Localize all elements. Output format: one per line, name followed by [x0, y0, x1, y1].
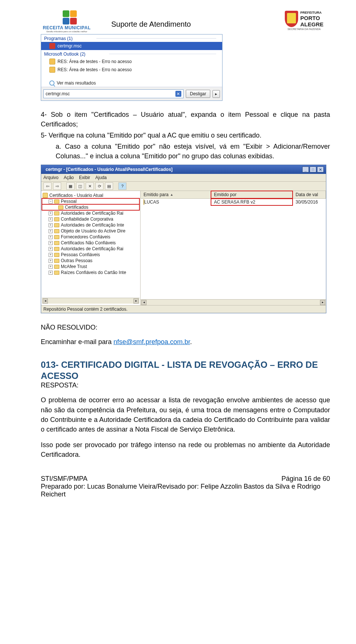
folder-icon	[54, 211, 59, 215]
search-result-certmgr[interactable]: certmgr.msc	[41, 42, 222, 50]
col-data-validade[interactable]: Data de val	[293, 191, 326, 198]
search-section-programs: Programas (1)	[41, 34, 222, 42]
maximize-button[interactable]: □	[310, 166, 316, 172]
list-scrollbar[interactable]: ◂ ▸	[141, 299, 326, 305]
col-label: Emitido por	[214, 192, 237, 197]
expand-icon[interactable]: +	[49, 229, 53, 233]
expand-icon[interactable]: +	[49, 217, 53, 221]
folder-icon	[54, 241, 59, 245]
tree-item[interactable]: +Objeto de Usuário do Active Dire	[42, 228, 139, 234]
start-search-popup: Programas (1) certmgr.msc Microsoft Outl…	[41, 34, 222, 101]
col-emitido-para[interactable]: Emitido para ▲	[141, 191, 211, 198]
menu-acao[interactable]: Ação	[64, 175, 74, 180]
search-section-outlook: Microsoft Outlook (2)	[41, 50, 222, 57]
collapse-icon[interactable]: −	[49, 199, 53, 204]
tree-item[interactable]: +Certificados Não Confiáveis	[42, 240, 139, 246]
tree-item[interactable]: +Autoridades de Certificação Rai	[42, 246, 139, 252]
tree-label: Certificados Não Confiáveis	[61, 240, 116, 245]
tree-item[interactable]: +Autoridades de Certificação Inte	[42, 222, 139, 228]
shutdown-options-arrow[interactable]: ▸	[212, 90, 220, 98]
expand-icon[interactable]: +	[49, 271, 53, 275]
scroll-left-icon[interactable]: ◂	[141, 300, 146, 305]
tool-btn-2[interactable]: ◫	[76, 182, 84, 190]
tree-item[interactable]: +Autoridades de Certificação Rai	[42, 210, 139, 216]
logo-left-line1: RECEITA MUNICIPAL	[43, 25, 91, 30]
tool-help-button[interactable]: ?	[118, 182, 126, 190]
menu-arquivo[interactable]: Arquivo	[43, 175, 59, 180]
expand-icon[interactable]: +	[49, 211, 53, 215]
tree-label: Autoridades de Certificação Rai	[61, 246, 123, 251]
sort-asc-icon: ▲	[170, 193, 173, 196]
tree-item[interactable]: +Pessoas Confiáveis	[42, 252, 139, 258]
certmgr-menubar: Arquivo Ação Exibir Ajuda	[41, 174, 326, 181]
tree-scrollbar[interactable]: ◂ ▸	[42, 298, 139, 304]
tree-item[interactable]: +Confiabilidade Corporativa	[42, 216, 139, 222]
folder-icon	[54, 259, 59, 263]
footer-left: STI/SMF/PMPA	[41, 475, 88, 483]
tool-btn-5[interactable]: ▤	[105, 182, 113, 190]
tree-item[interactable]: +Fornecedores Confiáveis	[42, 234, 139, 240]
nao-resolvido-title: NÃO RESOLVIDO:	[41, 324, 330, 331]
search-result-mail-1[interactable]: RES: Área de testes - Erro no acesso	[41, 57, 222, 66]
search-input[interactable]: certmgr.msc ✕	[43, 89, 184, 98]
nav-back-button[interactable]: ⇦	[43, 182, 52, 190]
tree-label: Outras Pessoas	[61, 258, 92, 263]
folder-icon	[54, 253, 59, 257]
tree-label: Certificados - Usuário Atual	[49, 193, 103, 198]
close-button[interactable]: ✕	[317, 166, 324, 172]
text-before: Encaminhar e-mail para	[41, 338, 113, 346]
search-see-more[interactable]: Ver mais resultados	[41, 74, 222, 87]
minimize-button[interactable]: _	[302, 166, 309, 172]
tree-item[interactable]: +McAfee Trust	[42, 264, 139, 270]
email-link[interactable]: nfse@smf.prefpoa.com.br	[113, 338, 190, 346]
folder-icon	[54, 223, 59, 227]
footer-by: Preparado por: Lucas Bonalume Vieira/Rev…	[41, 483, 330, 498]
tool-btn-4[interactable]: ⟳	[95, 182, 103, 190]
certmgr-titlebar: certmgr - [Certificados - Usuário Atual\…	[41, 165, 326, 174]
tree-item[interactable]: +Raízes Confiáveis do Cartão Inte	[42, 270, 139, 275]
clear-icon[interactable]: ✕	[175, 91, 181, 97]
menu-ajuda[interactable]: Ajuda	[95, 175, 107, 180]
certmgr-window: certmgr - [Certificados - Usuário Atual\…	[41, 165, 326, 313]
menu-exibir[interactable]: Exibir	[79, 175, 90, 180]
expand-icon[interactable]: +	[49, 223, 53, 227]
search-result-mail-2[interactable]: RES: Área de testes - Erro no acesso	[41, 66, 222, 74]
tree-label: Raízes Confiáveis do Cartão Inte	[61, 270, 126, 275]
col-emitido-por[interactable]: Emitido por	[211, 191, 293, 198]
certmgr-statusbar: Repositório Pessoal contém 2 certificado…	[41, 305, 326, 313]
tree-pessoal[interactable]: − Pessoal	[42, 198, 139, 204]
expand-icon[interactable]: +	[49, 235, 53, 239]
shield-icon	[285, 11, 298, 27]
list-row[interactable]: LUCAS AC SERASA RFB v2 30/05/2016	[141, 199, 326, 205]
nav-fwd-button[interactable]: ⇨	[53, 182, 61, 190]
tool-btn-1[interactable]: ▦	[66, 182, 75, 190]
cell-data: 30/05/2016	[293, 199, 326, 205]
scroll-left-icon[interactable]: ◂	[43, 298, 48, 304]
scroll-right-icon[interactable]: ▸	[134, 298, 139, 304]
tree-label: Autoridades de Certificação Inte	[61, 222, 124, 228]
tree-certificados[interactable]: Certificados	[42, 204, 139, 210]
resposta-label: RESPOSTA:	[41, 382, 330, 389]
expand-icon[interactable]: +	[49, 265, 53, 269]
search-bottom-bar: certmgr.msc ✕ Desligar ▸	[41, 87, 222, 100]
expand-icon[interactable]: +	[49, 247, 53, 251]
section-013-title: 013- CERTIFICADO DIGITAL - LISTA DE REVO…	[41, 359, 330, 382]
certmgr-list: Emitido para ▲ Emitido por Data de val L…	[141, 191, 326, 305]
shutdown-button[interactable]: Desligar	[186, 90, 210, 98]
scroll-right-icon[interactable]: ▸	[320, 300, 325, 305]
section-013-p2: Isso pode ser provocado por tráfego inte…	[41, 440, 330, 459]
page-footer: STI/SMF/PMPA Página 16 de 60	[41, 475, 330, 483]
expand-icon[interactable]: +	[49, 241, 53, 245]
cell-emitido-por: AC SERASA RFB v2	[211, 199, 293, 205]
certmgr-tree[interactable]: Certificados - Usuário Atual − Pessoal C…	[41, 191, 141, 305]
tree-item[interactable]: +Outras Pessoas	[42, 258, 139, 264]
logo-porto-alegre: PREFEITURA PORTO ALEGRE SECRETARIA DA FA…	[278, 10, 330, 30]
msc-icon	[49, 43, 55, 49]
tree-root[interactable]: Certificados - Usuário Atual	[42, 192, 139, 198]
logo-right-line1: PREFEITURA	[300, 11, 324, 14]
cert-root-icon	[43, 193, 48, 198]
expand-icon[interactable]: +	[49, 259, 53, 263]
expand-icon[interactable]: +	[49, 253, 53, 257]
step-5a: a. Caso a coluna "Emitido por" não estej…	[41, 142, 330, 161]
tool-btn-3[interactable]: ✕	[86, 182, 94, 190]
